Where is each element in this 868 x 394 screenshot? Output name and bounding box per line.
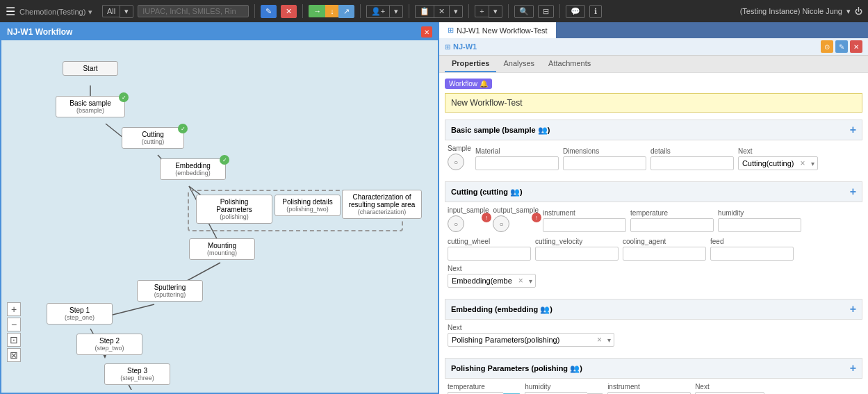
humidity-input-c[interactable] — [718, 218, 801, 232]
add-user-btn[interactable]: 👤+ — [366, 5, 389, 18]
search-input[interactable] — [138, 5, 249, 17]
arrow-down-btn[interactable]: ↓ — [325, 5, 338, 17]
cutting-wheel-input[interactable] — [448, 247, 531, 261]
chat-btn[interactable]: 💬 — [566, 5, 585, 18]
input-sample-icon[interactable]: ○ — [448, 215, 464, 232]
cutting-velocity-input[interactable] — [535, 247, 619, 261]
zoom-fit-btn[interactable]: ⊡ — [7, 333, 21, 347]
characterization-node[interactable]: Characterization of resulting sample are… — [342, 190, 422, 219]
output-sample-label: output_sample — [493, 206, 539, 214]
arrow-right-btn[interactable]: → — [309, 5, 325, 17]
tab-attachments[interactable]: Attachments — [541, 56, 598, 72]
edit-btn[interactable]: ✎ — [261, 5, 277, 18]
dimensions-input[interactable] — [563, 156, 646, 170]
logout-icon[interactable]: ⏻ — [855, 7, 862, 15]
delete-btn[interactable]: ✕ — [281, 5, 297, 18]
next-clear-cutting[interactable]: × — [516, 276, 526, 286]
all-dropdown[interactable]: All ▾ — [102, 5, 133, 18]
embedding-label: Embedding — [166, 162, 220, 170]
feed-label: feed — [710, 238, 794, 245]
info-btn[interactable]: ℹ — [589, 5, 602, 18]
step3-node[interactable]: Step 3 (step_three) — [104, 363, 170, 385]
zoom-in-btn[interactable]: + — [7, 302, 21, 316]
next-clear-embedding[interactable]: × — [594, 335, 605, 345]
step1-node[interactable]: Step 1 (step_one) — [47, 303, 113, 325]
next-arrow-cutting[interactable]: ▾ — [526, 277, 535, 285]
app-title-arrow[interactable]: ▾ — [88, 8, 92, 16]
mounting-node[interactable]: Mounting (mounting) — [189, 238, 255, 260]
details-field: details — [650, 147, 734, 170]
tab-analyses[interactable]: Analyses — [496, 56, 541, 72]
next-arrow-embedding[interactable]: ▾ — [605, 336, 614, 344]
zoom-reset-btn[interactable]: ⊠ — [7, 348, 21, 362]
sputtering-sublabel: (sputtering) — [143, 291, 197, 298]
polishing-section-header[interactable]: Polishing Parameters (polishing 👥) + — [445, 358, 862, 379]
workflow-tab-active[interactable]: ⊞ NJ-W1 New Workflow-Test — [439, 22, 556, 38]
cutting-add-btn[interactable]: + — [850, 186, 856, 198]
all-btn[interactable]: All — [102, 5, 120, 17]
basic-sample-add-btn[interactable]: + — [850, 124, 856, 136]
input-sample-wrap: ○ ! — [448, 215, 489, 232]
feed-input[interactable] — [710, 247, 794, 261]
add-dropdown-btn[interactable]: ▾ — [489, 5, 502, 18]
next-value-cutting: Embedding(embe — [448, 274, 516, 287]
add-btn[interactable]: + — [475, 5, 488, 17]
next-select-embedding[interactable]: Polishing Parameters(polishing) × ▾ — [448, 333, 614, 347]
doc-x-btn[interactable]: ✕ — [434, 5, 449, 18]
all-dropdown-arrow[interactable]: ▾ — [120, 5, 133, 18]
polishing-node[interactable]: Polishing Parameters (polishing) — [196, 195, 272, 224]
instrument-input-c[interactable] — [543, 218, 626, 232]
material-input[interactable] — [475, 156, 559, 170]
temperature-input-c[interactable] — [630, 218, 714, 232]
tab-properties[interactable]: Properties — [445, 56, 496, 72]
sputtering-label: Sputtering — [143, 284, 197, 291]
njw1-orange-btn[interactable]: ⊙ — [821, 40, 833, 53]
separator-1 — [254, 4, 255, 18]
step2-node[interactable]: Step 2 (step_two) — [76, 334, 142, 355]
embedding-node[interactable]: ✓ Embedding (embedding) — [160, 158, 226, 180]
basic-sample-node[interactable]: ✓ Basic sample (bsample) — [56, 96, 125, 117]
mounting-label: Mounting — [195, 242, 249, 249]
workflow-tab-label: NJ-W1 New Workflow-Test — [457, 26, 548, 35]
zoom-out-btn[interactable]: − — [7, 318, 21, 331]
user-dropdown-btn[interactable]: ▾ — [389, 5, 403, 18]
sample-circle-icon[interactable]: ○ — [448, 154, 464, 170]
njw1-red-btn[interactable]: ✕ — [850, 40, 862, 53]
output-sample-icon[interactable]: ○ — [493, 215, 509, 232]
sputtering-node[interactable]: Sputtering (sputtering) — [137, 280, 203, 302]
cutting-node[interactable]: ✓ Cutting (cutting) — [122, 127, 184, 149]
njw1-title-area: ⊞ NJ-W1 — [445, 42, 477, 51]
doc-btn[interactable]: 📋 — [415, 5, 434, 18]
next-clear-basic[interactable]: × — [798, 158, 808, 168]
basic-sample-section-header[interactable]: Basic sample (bsample 👥) + — [445, 120, 862, 140]
output-sample-badge: ! — [532, 213, 541, 222]
arrow-share-btn[interactable]: ↗ — [338, 5, 354, 18]
basic-sample-label: Basic sample — [62, 99, 119, 107]
user-arrow[interactable]: ▾ — [846, 7, 851, 16]
search-zoom-btn[interactable]: 🔍 — [514, 5, 534, 18]
menu-icon[interactable]: ☰ — [6, 5, 15, 18]
njw1-blue-btn[interactable]: ✎ — [835, 40, 848, 53]
cooling-agent-input[interactable] — [623, 247, 706, 261]
zoom-minus-btn[interactable]: ⊟ — [538, 5, 554, 18]
next-select-basic[interactable]: Cutting(cutting) × ▾ — [738, 156, 818, 170]
next-arrow-basic[interactable]: ▾ — [808, 160, 817, 167]
next-select-cutting[interactable]: Embedding(embe × ▾ — [448, 274, 536, 288]
characterization-sublabel: (characterization) — [348, 208, 416, 215]
details-input[interactable] — [650, 156, 734, 170]
polishing-add-btn[interactable]: + — [850, 362, 856, 375]
cutting-check: ✓ — [178, 124, 188, 133]
embedding-check: ✓ — [220, 155, 229, 165]
doc-dropdown-btn[interactable]: ▾ — [449, 5, 463, 18]
embedding-add-btn[interactable]: + — [850, 303, 856, 315]
njw1-icon: ⊞ — [445, 43, 450, 51]
start-node[interactable]: Start — [63, 61, 118, 76]
polishing-title: Polishing Parameters (polishing 👥) — [451, 364, 582, 373]
cutting-section-header[interactable]: Cutting (cutting 👥) + — [445, 181, 862, 202]
embedding-section-header[interactable]: Embedding (embedding 👥) + — [445, 299, 862, 320]
separator-2 — [302, 4, 303, 18]
workflow-panel-close[interactable]: ✕ — [421, 26, 432, 38]
canvas-area[interactable]: Start ✓ Basic sample (bsample) ✓ Cutting… — [1, 40, 438, 390]
cutting-content: input_sample ○ ! output_sample ○ ! — [445, 206, 862, 299]
polishing-details-node[interactable]: Polishing details (polishing_two) — [275, 195, 341, 216]
